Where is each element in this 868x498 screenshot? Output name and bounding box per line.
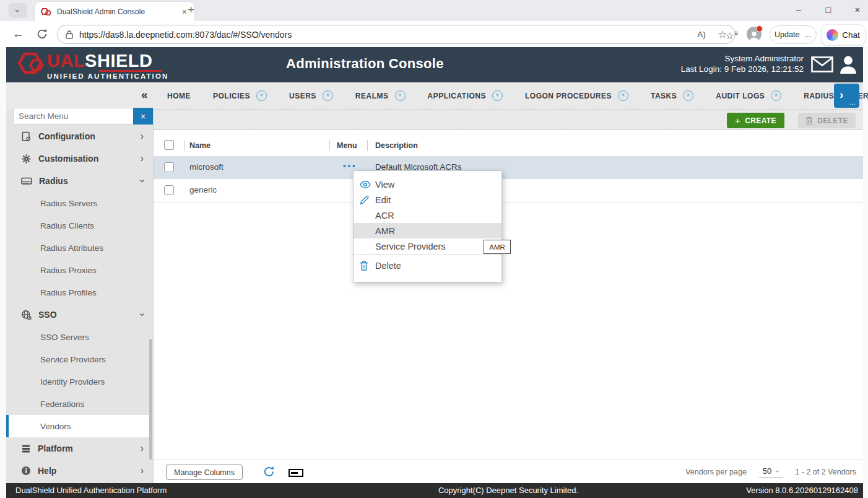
browser-update-button[interactable]: Update … bbox=[770, 25, 817, 44]
sidebar-item-radius-profiles[interactable]: Radius Profiles bbox=[6, 281, 152, 304]
menu-item-service-providers[interactable]: Service Providers bbox=[354, 238, 501, 254]
search-input[interactable] bbox=[13, 108, 133, 124]
menu-item-view[interactable]: View bbox=[354, 177, 501, 192]
column-header-description[interactable]: Description bbox=[375, 141, 418, 150]
window-right-edge bbox=[862, 47, 868, 498]
table-footer-bar: Manage Columns Vendors per page 50 › 1 -… bbox=[154, 460, 863, 483]
sidebar-collapse-icon[interactable]: « bbox=[141, 88, 148, 102]
sidebar-item-platform[interactable]: Platform › bbox=[6, 437, 152, 460]
tab-users[interactable]: USERS × bbox=[289, 90, 333, 101]
select-all-checkbox[interactable] bbox=[164, 140, 174, 150]
mail-icon[interactable] bbox=[811, 56, 833, 72]
user-info: System Administrator Last Login: 9 Feb 2… bbox=[681, 53, 804, 74]
logo-subtitle: UNIFIED AUTHENTICATION bbox=[47, 72, 168, 80]
cell-name: generic bbox=[189, 185, 217, 194]
tab-tasks[interactable]: TASKS × bbox=[651, 90, 693, 101]
chevron-right-icon: › bbox=[141, 443, 144, 454]
row-checkbox[interactable] bbox=[164, 162, 174, 172]
logo-word-red: UAL bbox=[47, 51, 85, 71]
pencil-icon bbox=[360, 195, 369, 204]
table-row-generic[interactable]: generic Default Generic Service Provider bbox=[154, 179, 863, 203]
info-icon bbox=[21, 466, 31, 476]
window-maximize-button[interactable]: □ bbox=[826, 5, 831, 15]
read-aloud-icon[interactable]: A) bbox=[697, 30, 706, 39]
sidebar-item-customisation[interactable]: Customisation › bbox=[6, 147, 152, 170]
window-close-button[interactable]: × bbox=[855, 5, 860, 15]
create-button[interactable]: + CREATE bbox=[727, 113, 784, 128]
footer-copyright-text: Copyright(C) Deepnet Security Limited. bbox=[438, 486, 578, 495]
sidebar-item-sso-servers[interactable]: SSO Servers bbox=[6, 326, 152, 348]
new-tab-button[interactable]: + bbox=[188, 3, 194, 17]
tab-realms[interactable]: REALMS × bbox=[355, 90, 406, 101]
tab-close-icon[interactable]: × bbox=[618, 90, 628, 101]
last-login: Last Login: 9 Feb 2026, 12:21:52 bbox=[681, 64, 804, 74]
favorites-bar-icon[interactable]: ☆≡ bbox=[726, 30, 738, 42]
tab-close-icon[interactable]: × bbox=[323, 90, 333, 101]
row-checkbox[interactable] bbox=[164, 185, 174, 195]
cell-name: microsoft bbox=[189, 162, 224, 172]
sidebar-menu: Configuration › Customisation › Ra bbox=[6, 125, 152, 482]
sidebar-item-radius-clients[interactable]: Radius Clients bbox=[6, 214, 152, 237]
tabs-scroll-next-button[interactable]: › … bbox=[834, 84, 859, 108]
placeholder-bar-icon bbox=[289, 469, 303, 477]
delete-button[interactable]: DELETE bbox=[798, 113, 856, 128]
browser-profile-avatar[interactable] bbox=[747, 27, 762, 42]
sidebar-item-configuration[interactable]: Configuration › bbox=[6, 125, 152, 147]
footer-platform-text: DualShield Unified Authentication Platfo… bbox=[15, 486, 167, 495]
sidebar-item-vendors[interactable]: Vendors bbox=[6, 415, 152, 437]
row-context-menu: View Edit ACR AMR Service Providers Dele… bbox=[353, 170, 502, 282]
sidebar-item-federations[interactable]: Federations bbox=[6, 393, 152, 415]
menu-item-delete[interactable]: Delete bbox=[354, 255, 501, 276]
browser-tab[interactable]: DualShield Admin Console × bbox=[35, 2, 194, 21]
sidebar-item-radius-attributes[interactable]: Radius Attributes bbox=[6, 237, 152, 259]
menu-item-acr[interactable]: ACR bbox=[354, 208, 501, 223]
browser-titlebar: › DualShield Admin Console × + – □ × bbox=[0, 0, 868, 21]
chevron-down-icon: › bbox=[136, 313, 147, 316]
url-bar[interactable]: https://das8.la.deepnetid.com:8073/dac/#… bbox=[57, 25, 736, 44]
user-name: System Administrator bbox=[681, 53, 804, 64]
sidebar-scrollbar[interactable] bbox=[149, 339, 152, 460]
sidebar-search: × bbox=[13, 108, 153, 124]
workspace-tab-bar: « HOME POLICIES × USERS × REALMS × APPLI… bbox=[6, 82, 863, 109]
tab-applications[interactable]: APPLICATIONS × bbox=[428, 90, 503, 101]
page-title: Administration Console bbox=[286, 56, 444, 72]
sidebar-item-sso[interactable]: SSO › bbox=[6, 304, 152, 326]
menu-item-amr[interactable]: AMR bbox=[354, 223, 501, 238]
manage-columns-button[interactable]: Manage Columns bbox=[166, 465, 243, 480]
sidebar-item-help[interactable]: Help › bbox=[6, 460, 152, 482]
tab-logon-procedures[interactable]: LOGON PROCEDURES × bbox=[525, 90, 628, 101]
tab-home[interactable]: HOME bbox=[167, 92, 191, 100]
tab-close-icon[interactable]: × bbox=[492, 90, 503, 101]
menu-item-edit[interactable]: Edit bbox=[354, 192, 501, 208]
tab-audit-logs[interactable]: AUDIT LOGS × bbox=[716, 90, 781, 101]
tab-policies[interactable]: POLICIES × bbox=[213, 90, 267, 101]
sidebar-item-identity-providers[interactable]: Identity Providers bbox=[6, 370, 152, 393]
main-content: + CREATE DELETE Name Menu Description mi… bbox=[154, 109, 863, 483]
column-header-menu[interactable]: Menu bbox=[337, 141, 357, 150]
chevron-right-icon: › bbox=[141, 153, 144, 164]
search-clear-button[interactable]: × bbox=[133, 108, 153, 124]
tab-close-icon[interactable]: × bbox=[771, 90, 781, 101]
row-menu-button[interactable]: ••• bbox=[343, 161, 357, 170]
back-button[interactable]: ← bbox=[12, 27, 24, 41]
app-header: UALSHIELD UNIFIED AUTHENTICATION Adminis… bbox=[6, 47, 863, 82]
tab-close-icon[interactable]: × bbox=[395, 90, 406, 101]
sidebar-item-radius[interactable]: Radius › bbox=[6, 170, 152, 192]
account-icon[interactable] bbox=[840, 55, 857, 74]
sidebar-item-radius-servers[interactable]: Radius Servers bbox=[6, 192, 152, 214]
sidebar-item-service-providers[interactable]: Service Providers bbox=[6, 348, 152, 370]
column-header-name[interactable]: Name bbox=[189, 141, 210, 150]
browser-refresh-button[interactable] bbox=[36, 28, 48, 40]
eye-icon bbox=[360, 180, 371, 188]
copilot-chat-button[interactable]: Chat bbox=[821, 24, 866, 45]
table-header: Name Menu Description bbox=[154, 135, 863, 157]
per-page-select[interactable]: 50 › bbox=[759, 465, 783, 478]
window-minimize-button[interactable]: – bbox=[796, 5, 801, 15]
table-row-microsoft[interactable]: microsoft ••• Default Microsoft ACRs bbox=[154, 156, 863, 179]
sidebar-item-radius-proxies[interactable]: Radius Proxies bbox=[6, 259, 152, 281]
refresh-button[interactable] bbox=[263, 465, 276, 478]
sidebar: × Configuration › Customisation › bbox=[6, 109, 154, 483]
tab-actions-button[interactable]: › bbox=[9, 3, 27, 18]
tab-close-icon[interactable]: × bbox=[683, 90, 693, 101]
tab-close-icon[interactable]: × bbox=[256, 90, 267, 101]
